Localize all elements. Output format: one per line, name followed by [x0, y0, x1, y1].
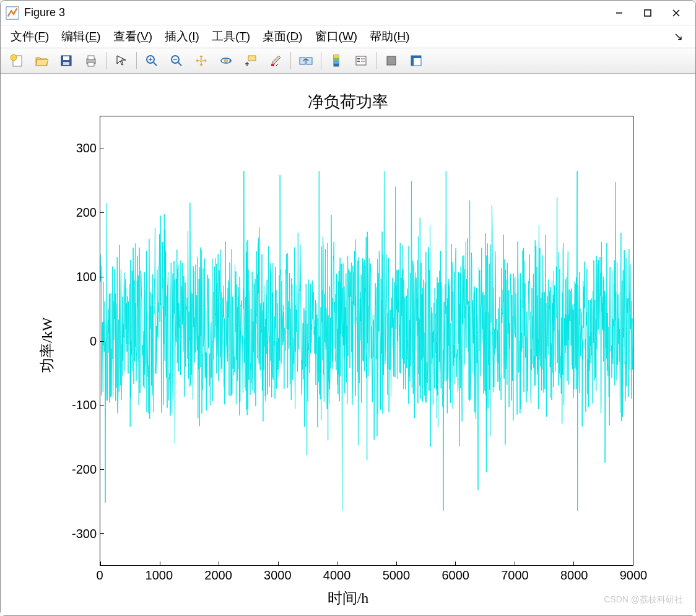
chart-container: 净负荷功率 功率/kW 时间/h -300-200-1000100200300 … [7, 80, 689, 609]
svg-line-18 [178, 63, 181, 66]
x-tick-label: 9000 [620, 568, 648, 583]
x-tick-label: 8000 [560, 568, 588, 583]
watermark: CSDN @荔枝科研社 [604, 594, 683, 605]
window-title: Figure 3 [24, 6, 605, 19]
toolbar-separator [290, 52, 291, 69]
svg-point-20 [200, 59, 202, 62]
axes[interactable] [100, 116, 633, 566]
toolbar-separator [106, 52, 107, 69]
menu-window[interactable]: 窗口(W) [310, 26, 363, 47]
print-button[interactable] [80, 50, 102, 71]
toolbar [1, 48, 695, 74]
data-cursor-button[interactable] [240, 50, 262, 71]
svg-rect-27 [300, 58, 305, 64]
svg-rect-11 [88, 56, 94, 59]
brush-button[interactable] [264, 50, 287, 71]
svg-rect-23 [248, 56, 256, 61]
x-tick-label: 1000 [146, 568, 173, 583]
svg-point-22 [225, 59, 228, 63]
menu-view[interactable]: 查看(V) [108, 26, 157, 47]
legend-button[interactable] [350, 50, 372, 71]
svg-rect-9 [63, 62, 69, 65]
toolbar-separator [376, 52, 376, 69]
pan-button[interactable] [190, 50, 212, 71]
colorbar-button[interactable] [325, 50, 347, 71]
x-tick-label: 5000 [383, 568, 411, 583]
x-tick-label: 0 [96, 568, 103, 583]
maximize-button[interactable] [633, 3, 662, 23]
zoom-out-button[interactable] [165, 50, 188, 71]
link-plot-button[interactable] [295, 50, 317, 71]
x-tick-label: 2000 [204, 568, 232, 583]
matlab-icon [6, 6, 19, 20]
svg-rect-35 [357, 58, 360, 59]
show-tools-button[interactable] [405, 50, 427, 71]
svg-rect-30 [334, 55, 339, 58]
rotate-3d-button[interactable] [215, 50, 237, 71]
svg-rect-33 [334, 64, 339, 67]
x-axis-ticks: 0100020003000400050006000700080009000 [100, 568, 633, 586]
save-button[interactable] [55, 50, 77, 71]
x-tick-label: 6000 [442, 568, 469, 583]
y-tick-label: 100 [63, 269, 97, 284]
svg-rect-26 [271, 64, 274, 66]
menu-more-icon[interactable]: ↘ [674, 30, 690, 43]
titlebar[interactable]: Figure 3 [1, 1, 695, 25]
menu-help[interactable]: 帮助(H) [365, 26, 414, 47]
y-tick-label: -100 [63, 398, 97, 412]
svg-line-14 [154, 63, 157, 66]
y-tick-label: 200 [63, 205, 97, 219]
y-axis-ticks: -300-200-1000100200300 [63, 116, 97, 566]
svg-rect-39 [387, 56, 396, 65]
x-tick-label: 3000 [264, 568, 292, 583]
x-axis-label: 时间/h [7, 588, 689, 608]
close-button[interactable] [662, 3, 690, 23]
y-tick-label: 0 [63, 334, 97, 348]
svg-rect-31 [334, 58, 339, 61]
menubar: 文件(F) 编辑(E) 查看(V) 插入(I) 工具(T) 桌面(D) 窗口(W… [1, 25, 695, 48]
y-tick-label: -300 [63, 527, 97, 541]
svg-rect-36 [357, 61, 360, 62]
menu-tools[interactable]: 工具(T) [207, 26, 255, 47]
menu-file[interactable]: 文件(F) [6, 26, 54, 47]
hide-tools-button[interactable] [380, 50, 402, 71]
menu-edit[interactable]: 编辑(E) [56, 26, 105, 47]
figure-window: Figure 3 文件(F) 编辑(E) 查看(V) 插入(I) 工具(T) 桌… [0, 0, 696, 616]
window-controls [605, 3, 690, 23]
open-file-button[interactable] [30, 50, 53, 71]
zoom-in-button[interactable] [141, 50, 163, 71]
y-tick-label: -200 [63, 462, 97, 477]
svg-rect-42 [411, 56, 414, 66]
x-tick-label: 7000 [501, 568, 529, 583]
minimize-button[interactable] [605, 3, 633, 23]
plot-area[interactable]: 净负荷功率 功率/kW 时间/h -300-200-1000100200300 … [1, 74, 695, 615]
toolbar-separator [321, 52, 321, 69]
y-tick-label: 300 [63, 141, 97, 155]
svg-rect-2 [645, 10, 651, 16]
svg-rect-32 [334, 61, 339, 64]
svg-rect-28 [307, 58, 312, 64]
edit-plot-button[interactable] [110, 50, 133, 71]
chart-title: 净负荷功率 [7, 91, 689, 113]
toolbar-separator [136, 52, 137, 69]
svg-rect-8 [63, 56, 69, 60]
x-tick-label: 4000 [323, 568, 351, 583]
menu-desktop[interactable]: 桌面(D) [258, 26, 307, 47]
line-series [100, 116, 633, 565]
svg-rect-12 [88, 63, 94, 66]
new-figure-button[interactable] [6, 50, 28, 71]
menu-insert[interactable]: 插入(I) [160, 26, 204, 47]
svg-point-6 [11, 54, 17, 61]
y-axis-label: 功率/kW [37, 317, 57, 372]
